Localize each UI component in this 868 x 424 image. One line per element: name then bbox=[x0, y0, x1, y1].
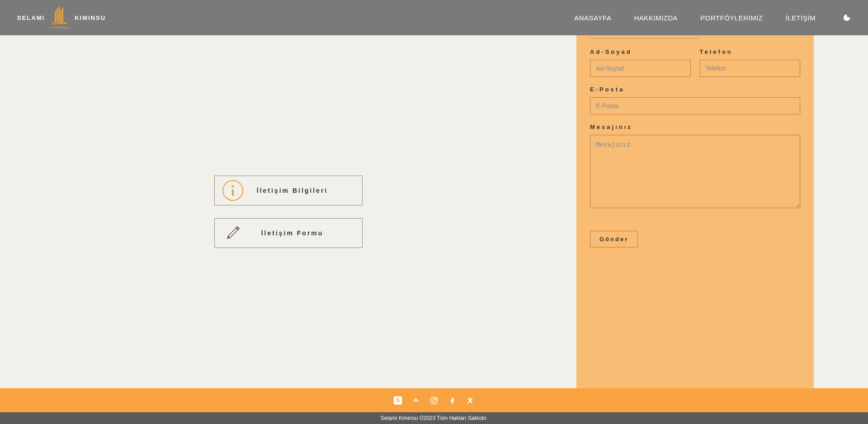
svg-text:GAYRIMENKUL: GAYRIMENKUL bbox=[49, 26, 71, 29]
x-icon[interactable] bbox=[466, 396, 474, 405]
sahibinden-icon[interactable]: S bbox=[394, 396, 402, 405]
info-icon bbox=[222, 180, 244, 201]
svg-text:S: S bbox=[396, 397, 400, 404]
phone-input[interactable] bbox=[700, 60, 801, 77]
svg-rect-4 bbox=[55, 11, 56, 22]
phone-label: Telefon bbox=[700, 48, 801, 55]
submit-button[interactable]: Gönder bbox=[590, 231, 638, 248]
contact-form-label: İletişim Formu bbox=[244, 229, 355, 237]
left-option-panel: İletişim Bilgileri İletişim Formu bbox=[27, 35, 576, 388]
svg-rect-0 bbox=[57, 9, 58, 22]
svg-rect-8 bbox=[232, 189, 234, 196]
building-logo-icon: GAYRIMENKUL bbox=[48, 5, 71, 30]
nav-iletisim[interactable]: İLETİŞİM bbox=[785, 14, 816, 22]
email-label: E-Posta bbox=[590, 86, 800, 93]
pencil-icon bbox=[222, 222, 244, 244]
message-label: Mesajınız bbox=[590, 124, 800, 130]
site-footer: S bbox=[0, 388, 868, 412]
brand-logo[interactable]: SELAMI GAYRIMENKUL KIMINSU bbox=[17, 5, 106, 30]
nav-anasayfa[interactable]: ANASAYFA bbox=[574, 14, 611, 22]
message-textarea[interactable] bbox=[590, 135, 800, 208]
brand-text-right: KIMINSU bbox=[75, 14, 106, 21]
copyright-text: Selami Kiminsu ©2023 Tüm Hakları Saklıdı… bbox=[381, 415, 488, 421]
main-content: İletişim Bilgileri İletişim Formu İletiş… bbox=[0, 35, 868, 388]
site-header: SELAMI GAYRIMENKUL KIMINSU ANASAYFA HAKK… bbox=[0, 0, 868, 35]
svg-point-7 bbox=[231, 186, 234, 188]
facebook-icon[interactable] bbox=[448, 396, 456, 405]
nav-hakkimizda[interactable]: HAKKIMIZDA bbox=[634, 14, 678, 22]
name-label: Ad-Soyad bbox=[590, 48, 691, 55]
name-input[interactable] bbox=[590, 60, 691, 77]
copyright-bar: Selami Kiminsu ©2023 Tüm Hakları Saklıdı… bbox=[0, 412, 868, 424]
svg-rect-2 bbox=[60, 10, 61, 22]
email-input[interactable] bbox=[590, 97, 800, 114]
brand-text-left: SELAMI bbox=[17, 14, 45, 21]
main-nav: ANASAYFA HAKKIMIZDA PORTFÖYLERİMİZ İLETİ… bbox=[574, 14, 851, 22]
svg-point-12 bbox=[433, 399, 436, 402]
svg-rect-1 bbox=[58, 7, 60, 22]
contact-form-panel: İletişim Formu Ad-Soyad Telefon E-Posta … bbox=[576, 9, 814, 388]
contact-form-card[interactable]: İletişim Formu bbox=[214, 218, 363, 248]
nav-portfoylerimiz[interactable]: PORTFÖYLERİMİZ bbox=[700, 14, 763, 22]
svg-rect-3 bbox=[62, 8, 63, 22]
contact-info-card[interactable]: İletişim Bilgileri bbox=[214, 176, 363, 205]
dark-mode-toggle-icon[interactable] bbox=[843, 14, 851, 22]
instagram-icon[interactable] bbox=[430, 396, 438, 405]
up-arrow-icon[interactable] bbox=[412, 396, 420, 405]
contact-info-label: İletişim Bilgileri bbox=[244, 187, 355, 194]
svg-point-13 bbox=[436, 398, 437, 399]
